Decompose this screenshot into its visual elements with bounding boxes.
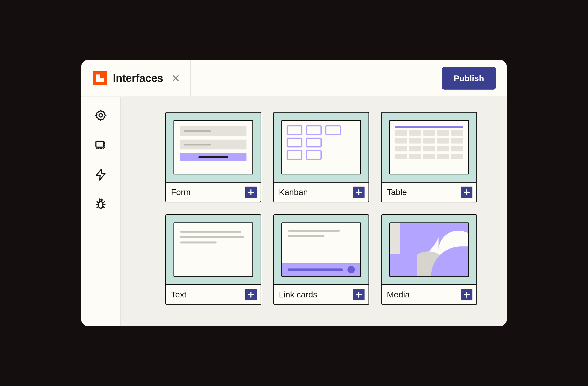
svg-point-2	[99, 114, 102, 117]
bug-icon	[94, 198, 107, 212]
add-block-button[interactable]	[353, 187, 365, 198]
block-card-media[interactable]: Media	[381, 214, 477, 305]
layout-icon	[94, 139, 107, 152]
block-card-kanban[interactable]: Kanban	[273, 112, 369, 202]
block-preview	[166, 215, 261, 284]
block-card-table[interactable]: Table	[381, 112, 477, 202]
titlebar-actions: Publish	[442, 60, 507, 96]
block-footer: Form	[166, 182, 261, 202]
block-label: Link cards	[279, 290, 317, 299]
block-label: Kanban	[279, 187, 308, 197]
svg-line-13	[102, 199, 102, 200]
block-card-text[interactable]: Text	[165, 214, 261, 305]
canvas: Form	[121, 97, 507, 326]
svg-line-9	[103, 202, 105, 203]
bolt-icon	[94, 168, 107, 182]
block-footer: Text	[166, 284, 261, 304]
block-footer: Media	[382, 284, 476, 304]
block-card-link-cards[interactable]: Link cards	[273, 214, 369, 305]
app-window: Interfaces Publish	[81, 60, 507, 326]
svg-line-8	[97, 202, 99, 203]
block-preview	[382, 113, 476, 182]
sidebar	[81, 97, 121, 326]
block-label: Media	[387, 290, 410, 299]
add-block-button[interactable]	[353, 289, 365, 300]
block-preview	[274, 215, 368, 284]
add-block-button[interactable]	[461, 289, 472, 300]
block-footer: Table	[382, 182, 476, 202]
close-tab-button[interactable]	[172, 74, 180, 82]
svg-line-12	[99, 199, 100, 200]
svg-line-10	[97, 207, 99, 208]
body: Form	[81, 97, 507, 326]
block-label: Text	[171, 290, 186, 299]
app-logo-icon	[93, 71, 107, 85]
svg-marker-4	[97, 169, 105, 180]
block-footer: Link cards	[274, 284, 368, 304]
sidebar-item-automations[interactable]	[94, 168, 108, 182]
sidebar-item-settings[interactable]	[94, 109, 108, 123]
svg-line-11	[103, 207, 105, 208]
svg-rect-5	[98, 202, 103, 208]
gear-icon	[94, 109, 107, 123]
add-block-button[interactable]	[245, 289, 257, 300]
add-block-button[interactable]	[245, 187, 257, 198]
publish-button[interactable]: Publish	[442, 67, 496, 90]
block-preview	[274, 113, 368, 182]
title-tab: Interfaces	[81, 60, 191, 96]
block-preview	[382, 215, 476, 284]
titlebar: Interfaces Publish	[81, 60, 507, 97]
add-block-button[interactable]	[461, 187, 472, 198]
block-footer: Kanban	[274, 182, 368, 202]
block-label: Form	[171, 187, 191, 197]
block-preview	[166, 113, 261, 182]
sidebar-item-debug[interactable]	[94, 198, 108, 212]
sidebar-item-layout[interactable]	[94, 139, 108, 152]
block-card-form[interactable]: Form	[165, 112, 261, 202]
block-grid: Form	[165, 112, 507, 305]
svg-rect-3	[96, 141, 103, 147]
app-title: Interfaces	[113, 72, 163, 84]
block-label: Table	[387, 187, 407, 197]
